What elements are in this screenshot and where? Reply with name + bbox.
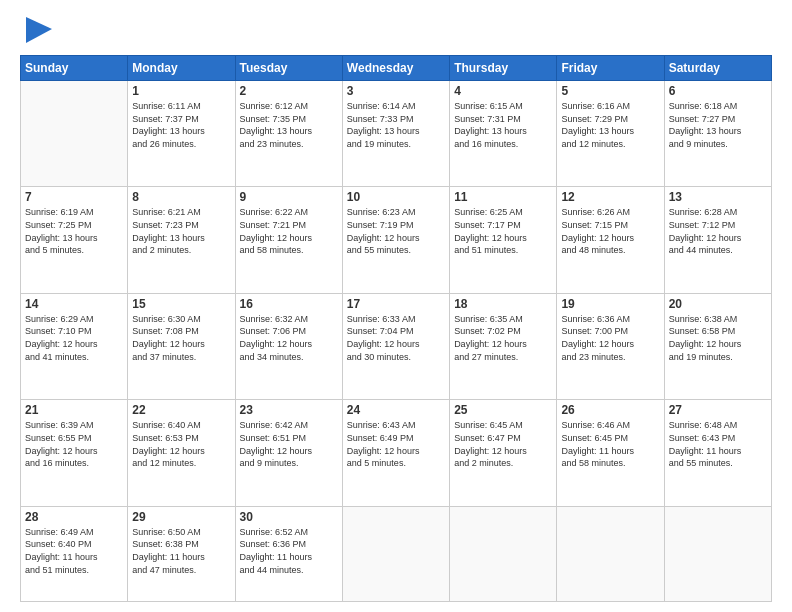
calendar-cell: 24Sunrise: 6:43 AM Sunset: 6:49 PM Dayli… — [342, 400, 449, 506]
weekday-header: Thursday — [450, 56, 557, 81]
day-number: 14 — [25, 297, 123, 311]
day-number: 7 — [25, 190, 123, 204]
day-number: 19 — [561, 297, 659, 311]
cell-info: Sunrise: 6:18 AM Sunset: 7:27 PM Dayligh… — [669, 100, 767, 150]
weekday-header: Wednesday — [342, 56, 449, 81]
calendar-cell — [21, 81, 128, 187]
calendar-cell: 4Sunrise: 6:15 AM Sunset: 7:31 PM Daylig… — [450, 81, 557, 187]
cell-info: Sunrise: 6:36 AM Sunset: 7:00 PM Dayligh… — [561, 313, 659, 363]
cell-info: Sunrise: 6:49 AM Sunset: 6:40 PM Dayligh… — [25, 526, 123, 576]
calendar-cell: 7Sunrise: 6:19 AM Sunset: 7:25 PM Daylig… — [21, 187, 128, 293]
day-number: 20 — [669, 297, 767, 311]
weekday-header: Monday — [128, 56, 235, 81]
calendar-cell: 17Sunrise: 6:33 AM Sunset: 7:04 PM Dayli… — [342, 293, 449, 399]
day-number: 21 — [25, 403, 123, 417]
cell-info: Sunrise: 6:42 AM Sunset: 6:51 PM Dayligh… — [240, 419, 338, 469]
calendar-week-row: 7Sunrise: 6:19 AM Sunset: 7:25 PM Daylig… — [21, 187, 772, 293]
calendar-cell: 18Sunrise: 6:35 AM Sunset: 7:02 PM Dayli… — [450, 293, 557, 399]
day-number: 28 — [25, 510, 123, 524]
calendar-cell: 15Sunrise: 6:30 AM Sunset: 7:08 PM Dayli… — [128, 293, 235, 399]
calendar-header-row: SundayMondayTuesdayWednesdayThursdayFrid… — [21, 56, 772, 81]
calendar-cell: 10Sunrise: 6:23 AM Sunset: 7:19 PM Dayli… — [342, 187, 449, 293]
day-number: 13 — [669, 190, 767, 204]
day-number: 26 — [561, 403, 659, 417]
calendar-cell: 25Sunrise: 6:45 AM Sunset: 6:47 PM Dayli… — [450, 400, 557, 506]
day-number: 1 — [132, 84, 230, 98]
cell-info: Sunrise: 6:30 AM Sunset: 7:08 PM Dayligh… — [132, 313, 230, 363]
calendar-cell: 1Sunrise: 6:11 AM Sunset: 7:37 PM Daylig… — [128, 81, 235, 187]
weekday-header: Tuesday — [235, 56, 342, 81]
cell-info: Sunrise: 6:22 AM Sunset: 7:21 PM Dayligh… — [240, 206, 338, 256]
calendar-cell: 20Sunrise: 6:38 AM Sunset: 6:58 PM Dayli… — [664, 293, 771, 399]
calendar-cell: 8Sunrise: 6:21 AM Sunset: 7:23 PM Daylig… — [128, 187, 235, 293]
cell-info: Sunrise: 6:12 AM Sunset: 7:35 PM Dayligh… — [240, 100, 338, 150]
cell-info: Sunrise: 6:15 AM Sunset: 7:31 PM Dayligh… — [454, 100, 552, 150]
cell-info: Sunrise: 6:32 AM Sunset: 7:06 PM Dayligh… — [240, 313, 338, 363]
day-number: 5 — [561, 84, 659, 98]
day-number: 16 — [240, 297, 338, 311]
cell-info: Sunrise: 6:14 AM Sunset: 7:33 PM Dayligh… — [347, 100, 445, 150]
cell-info: Sunrise: 6:48 AM Sunset: 6:43 PM Dayligh… — [669, 419, 767, 469]
calendar-cell: 6Sunrise: 6:18 AM Sunset: 7:27 PM Daylig… — [664, 81, 771, 187]
cell-info: Sunrise: 6:28 AM Sunset: 7:12 PM Dayligh… — [669, 206, 767, 256]
calendar-cell: 21Sunrise: 6:39 AM Sunset: 6:55 PM Dayli… — [21, 400, 128, 506]
calendar-page: SundayMondayTuesdayWednesdayThursdayFrid… — [0, 0, 792, 612]
calendar-cell: 19Sunrise: 6:36 AM Sunset: 7:00 PM Dayli… — [557, 293, 664, 399]
calendar-cell: 22Sunrise: 6:40 AM Sunset: 6:53 PM Dayli… — [128, 400, 235, 506]
calendar-cell: 28Sunrise: 6:49 AM Sunset: 6:40 PM Dayli… — [21, 506, 128, 601]
calendar-cell — [557, 506, 664, 601]
day-number: 11 — [454, 190, 552, 204]
calendar-cell: 27Sunrise: 6:48 AM Sunset: 6:43 PM Dayli… — [664, 400, 771, 506]
header — [20, 15, 772, 45]
day-number: 29 — [132, 510, 230, 524]
calendar-cell — [664, 506, 771, 601]
day-number: 18 — [454, 297, 552, 311]
day-number: 2 — [240, 84, 338, 98]
day-number: 15 — [132, 297, 230, 311]
calendar-week-row: 14Sunrise: 6:29 AM Sunset: 7:10 PM Dayli… — [21, 293, 772, 399]
calendar-cell: 11Sunrise: 6:25 AM Sunset: 7:17 PM Dayli… — [450, 187, 557, 293]
cell-info: Sunrise: 6:35 AM Sunset: 7:02 PM Dayligh… — [454, 313, 552, 363]
cell-info: Sunrise: 6:43 AM Sunset: 6:49 PM Dayligh… — [347, 419, 445, 469]
cell-info: Sunrise: 6:16 AM Sunset: 7:29 PM Dayligh… — [561, 100, 659, 150]
day-number: 4 — [454, 84, 552, 98]
calendar-week-row: 28Sunrise: 6:49 AM Sunset: 6:40 PM Dayli… — [21, 506, 772, 601]
calendar-cell: 5Sunrise: 6:16 AM Sunset: 7:29 PM Daylig… — [557, 81, 664, 187]
calendar-cell: 12Sunrise: 6:26 AM Sunset: 7:15 PM Dayli… — [557, 187, 664, 293]
logo-icon — [24, 15, 54, 45]
cell-info: Sunrise: 6:11 AM Sunset: 7:37 PM Dayligh… — [132, 100, 230, 150]
cell-info: Sunrise: 6:39 AM Sunset: 6:55 PM Dayligh… — [25, 419, 123, 469]
day-number: 10 — [347, 190, 445, 204]
cell-info: Sunrise: 6:50 AM Sunset: 6:38 PM Dayligh… — [132, 526, 230, 576]
day-number: 23 — [240, 403, 338, 417]
cell-info: Sunrise: 6:52 AM Sunset: 6:36 PM Dayligh… — [240, 526, 338, 576]
calendar-cell — [450, 506, 557, 601]
calendar-cell: 16Sunrise: 6:32 AM Sunset: 7:06 PM Dayli… — [235, 293, 342, 399]
cell-info: Sunrise: 6:45 AM Sunset: 6:47 PM Dayligh… — [454, 419, 552, 469]
calendar-cell: 2Sunrise: 6:12 AM Sunset: 7:35 PM Daylig… — [235, 81, 342, 187]
day-number: 22 — [132, 403, 230, 417]
day-number: 17 — [347, 297, 445, 311]
cell-info: Sunrise: 6:38 AM Sunset: 6:58 PM Dayligh… — [669, 313, 767, 363]
calendar-cell: 23Sunrise: 6:42 AM Sunset: 6:51 PM Dayli… — [235, 400, 342, 506]
cell-info: Sunrise: 6:23 AM Sunset: 7:19 PM Dayligh… — [347, 206, 445, 256]
calendar-week-row: 1Sunrise: 6:11 AM Sunset: 7:37 PM Daylig… — [21, 81, 772, 187]
calendar-cell: 9Sunrise: 6:22 AM Sunset: 7:21 PM Daylig… — [235, 187, 342, 293]
cell-info: Sunrise: 6:29 AM Sunset: 7:10 PM Dayligh… — [25, 313, 123, 363]
calendar-cell: 29Sunrise: 6:50 AM Sunset: 6:38 PM Dayli… — [128, 506, 235, 601]
day-number: 12 — [561, 190, 659, 204]
day-number: 9 — [240, 190, 338, 204]
calendar-cell — [342, 506, 449, 601]
weekday-header: Friday — [557, 56, 664, 81]
day-number: 24 — [347, 403, 445, 417]
day-number: 8 — [132, 190, 230, 204]
weekday-header: Saturday — [664, 56, 771, 81]
calendar-cell: 14Sunrise: 6:29 AM Sunset: 7:10 PM Dayli… — [21, 293, 128, 399]
day-number: 27 — [669, 403, 767, 417]
calendar-table: SundayMondayTuesdayWednesdayThursdayFrid… — [20, 55, 772, 602]
calendar-cell: 13Sunrise: 6:28 AM Sunset: 7:12 PM Dayli… — [664, 187, 771, 293]
svg-marker-0 — [26, 17, 52, 43]
day-number: 25 — [454, 403, 552, 417]
calendar-week-row: 21Sunrise: 6:39 AM Sunset: 6:55 PM Dayli… — [21, 400, 772, 506]
calendar-cell: 30Sunrise: 6:52 AM Sunset: 6:36 PM Dayli… — [235, 506, 342, 601]
